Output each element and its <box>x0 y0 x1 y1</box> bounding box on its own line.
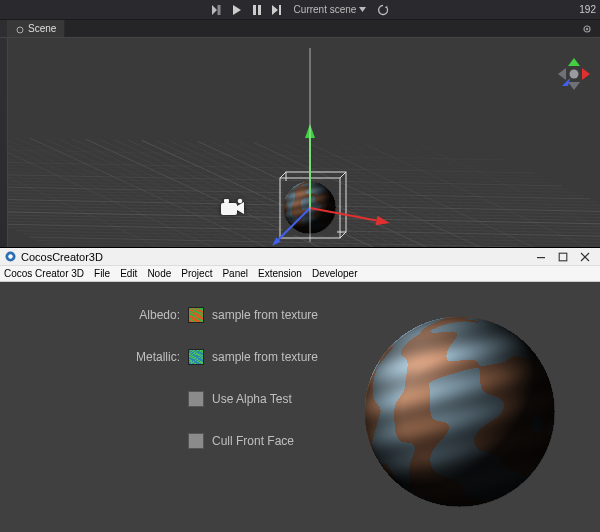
svg-marker-7 <box>359 7 366 12</box>
svg-point-11 <box>586 27 588 29</box>
navigation-gizmo[interactable] <box>556 56 592 92</box>
svg-rect-25 <box>559 253 567 261</box>
cull-front-checkbox[interactable] <box>188 433 204 449</box>
albedo-label: Albedo: <box>120 308 180 322</box>
material-properties: Albedo: sample from texture Metallic: sa… <box>120 307 318 449</box>
svg-rect-12 <box>221 203 237 215</box>
prop-albedo: Albedo: sample from texture <box>120 307 318 323</box>
maximize-button[interactable] <box>552 248 574 265</box>
tab-scene[interactable]: Scene <box>8 20 65 37</box>
panel-edge <box>0 38 8 247</box>
menu-extension[interactable]: Extension <box>258 268 302 279</box>
reload-button[interactable] <box>376 3 390 17</box>
svg-rect-6 <box>279 5 281 15</box>
viewport-canvas[interactable] <box>0 38 600 248</box>
minimize-button[interactable] <box>530 248 552 265</box>
scene-dropdown-label: Current scene <box>294 4 357 15</box>
svg-marker-17 <box>582 68 590 80</box>
menu-file[interactable]: File <box>94 268 110 279</box>
metallic-label: Metallic: <box>120 350 180 364</box>
svg-marker-21 <box>558 68 566 80</box>
svg-marker-13 <box>237 202 244 214</box>
stop-button[interactable] <box>210 3 224 17</box>
menu-edit[interactable]: Edit <box>120 268 137 279</box>
prop-cull-front: Cull Front Face <box>120 433 318 449</box>
top-toolbar: Current scene 192 <box>0 0 600 20</box>
scene-dropdown[interactable]: Current scene <box>290 4 371 15</box>
window-title: CocosCreator3D <box>21 251 103 263</box>
gear-icon <box>582 24 592 34</box>
app-icon <box>4 251 16 263</box>
svg-rect-4 <box>258 5 261 15</box>
svg-marker-8 <box>385 5 388 8</box>
secondary-window: CocosCreator3D Cocos Creator 3D File Edi… <box>0 248 600 532</box>
svg-marker-2 <box>233 5 241 15</box>
menu-project[interactable]: Project <box>181 268 212 279</box>
material-preview[interactable] <box>355 307 565 517</box>
svg-rect-3 <box>253 5 256 15</box>
svg-point-23 <box>8 254 12 258</box>
alpha-test-checkbox[interactable] <box>188 391 204 407</box>
camera-icon <box>220 198 246 217</box>
albedo-swatch[interactable] <box>188 307 204 323</box>
chevron-down-icon <box>359 7 366 12</box>
menu-developer[interactable]: Developer <box>312 268 358 279</box>
tab-scene-label: Scene <box>28 23 56 34</box>
prop-metallic: Metallic: sample from texture <box>120 349 318 365</box>
menu-panel[interactable]: Panel <box>222 268 248 279</box>
menu-node[interactable]: Node <box>147 268 171 279</box>
albedo-value: sample from texture <box>212 308 318 322</box>
tab-settings-button[interactable] <box>578 20 596 37</box>
svg-marker-0 <box>212 5 217 15</box>
prop-alpha-test: Use Alpha Test <box>120 391 318 407</box>
transport-controls: Current scene <box>210 3 391 17</box>
svg-marker-16 <box>568 58 580 66</box>
cull-front-label: Cull Front Face <box>212 434 294 448</box>
menu-app[interactable]: Cocos Creator 3D <box>4 268 84 279</box>
svg-point-19 <box>570 70 579 79</box>
window-menubar: Cocos Creator 3D File Edit Node Project … <box>0 266 600 282</box>
pin-icon <box>16 25 24 33</box>
svg-rect-1 <box>217 5 220 15</box>
pause-button[interactable] <box>250 3 264 17</box>
svg-point-9 <box>17 27 23 33</box>
panel-edge <box>0 20 8 37</box>
svg-rect-24 <box>537 257 545 258</box>
svg-rect-14 <box>224 199 229 203</box>
close-button[interactable] <box>574 248 596 265</box>
metallic-swatch[interactable] <box>188 349 204 365</box>
alpha-test-label: Use Alpha Test <box>212 392 292 406</box>
inspector-panel: Albedo: sample from texture Metallic: sa… <box>0 282 600 532</box>
window-titlebar[interactable]: CocosCreator3D <box>0 248 600 266</box>
svg-marker-5 <box>272 5 278 15</box>
viewport-tabstrip: Scene <box>0 20 600 38</box>
svg-marker-20 <box>568 82 580 90</box>
play-button[interactable] <box>230 3 244 17</box>
step-button[interactable] <box>270 3 284 17</box>
scene-viewport[interactable] <box>0 38 600 248</box>
svg-point-15 <box>238 199 243 204</box>
metallic-value: sample from texture <box>212 350 318 364</box>
fps-counter: 192 <box>579 0 596 19</box>
